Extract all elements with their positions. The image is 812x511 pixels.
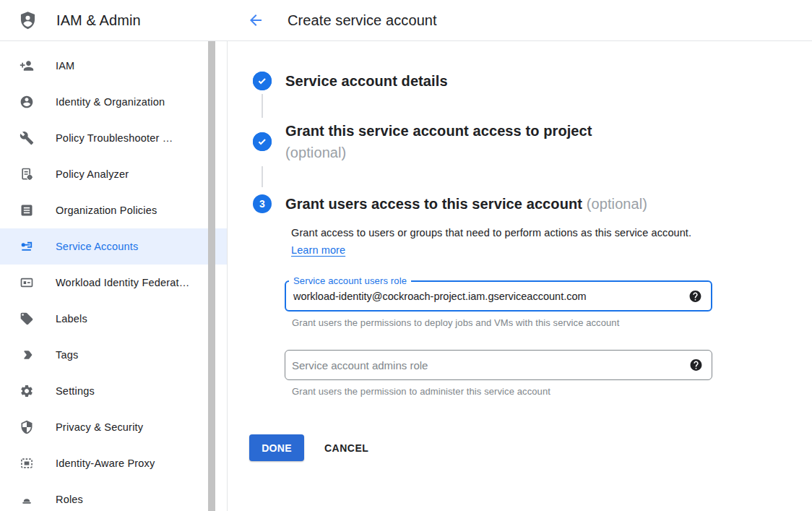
step-3-optional-label: (optional) (587, 196, 647, 212)
gear-icon (20, 384, 34, 398)
sidebar-item-settings[interactable]: Settings (0, 373, 227, 409)
hat-icon (20, 492, 34, 507)
sidebar-item-label: Organization Policies (56, 205, 157, 216)
sidebar-item-roles[interactable]: Roles (0, 481, 227, 511)
person-add-icon (20, 59, 34, 73)
shield-half-icon (20, 420, 34, 434)
sidebar-item-label: Policy Troubleshooter … (56, 132, 173, 144)
cancel-button[interactable]: CANCEL (324, 442, 368, 454)
help-icon[interactable] (688, 289, 702, 303)
field-floating-label: Service account users role (289, 275, 411, 286)
step-3-description-text: Grant access to users or groups that nee… (291, 227, 691, 239)
help-icon[interactable] (689, 358, 703, 372)
sidebar-header: IAM & Admin (0, 0, 228, 41)
sidebar-item-label: Roles (56, 494, 83, 505)
back-arrow-icon[interactable] (247, 12, 264, 29)
sidebar-item-tags[interactable]: Tags (0, 337, 227, 373)
sidebar-item-label: Tags (56, 349, 78, 361)
service-account-users-role-field: Service account users role (285, 280, 712, 312)
admins-role-helper-text: Grant users the permission to administer… (292, 386, 812, 397)
step-connector (262, 94, 263, 118)
sidebar-scrollbar[interactable] (208, 41, 215, 511)
service-account-admins-role-input[interactable] (285, 351, 712, 379)
sidebar-item-policy-troubleshooter[interactable]: Policy Troubleshooter … (0, 120, 227, 156)
sidebar-item-label: Identity & Organization (56, 96, 165, 108)
users-role-helper-text: Grant users the permissions to deploy jo… (292, 317, 812, 328)
done-button[interactable]: DONE (249, 434, 304, 461)
step-connector (262, 166, 263, 187)
step-1-title: Service account details (285, 71, 448, 91)
sidebar-item-label: Privacy & Security (56, 421, 143, 433)
wrench-icon (20, 131, 34, 145)
sidebar-item-label: IAM (56, 60, 74, 72)
step-3-description: Grant access to users or groups that nee… (291, 224, 696, 259)
sidebar-item-identity-organization[interactable]: Identity & Organization (0, 84, 227, 120)
tag-arrow-icon (20, 348, 34, 362)
sidebar-item-label: Policy Analyzer (56, 168, 129, 180)
sidebar: IAM Identity & Organization Policy Troub… (0, 41, 228, 511)
step-2-check-icon (253, 132, 272, 151)
step-3-number: 3 (259, 198, 265, 210)
article-icon (20, 203, 34, 218)
wizard-step-3: 3 Grant users access to this service acc… (253, 194, 812, 214)
sidebar-item-iam[interactable]: IAM (0, 48, 227, 84)
label-tag-icon (20, 312, 34, 326)
badge-card-icon (20, 275, 34, 290)
iam-shield-icon (18, 9, 38, 31)
service-account-admins-role-field (285, 350, 712, 380)
product-title: IAM & Admin (56, 12, 141, 29)
wizard-step-2: Grant this service account access to pro… (253, 120, 812, 163)
step-3-title-text: Grant users access to this service accou… (285, 196, 582, 212)
create-service-account-wizard: Service account details Grant this servi… (228, 41, 812, 511)
step-2-title: Grant this service account access to pro… (285, 120, 592, 163)
sidebar-item-label: Identity-Aware Proxy (56, 458, 155, 469)
step-2-title-text: Grant this service account access to pro… (285, 123, 592, 139)
sidebar-item-label: Labels (56, 313, 87, 325)
step-3-number-badge: 3 (253, 194, 272, 213)
sidebar-item-service-accounts[interactable]: Service Accounts (0, 228, 227, 265)
step-1-check-icon (253, 72, 272, 90)
page-title: Create service account (288, 12, 437, 29)
wizard-actions: DONE CANCEL (249, 434, 812, 461)
learn-more-link[interactable]: Learn more (291, 244, 345, 256)
main-header: Create service account (228, 0, 812, 41)
step-3-title: Grant users access to this service accou… (285, 194, 647, 214)
sidebar-item-identity-aware-proxy[interactable]: Identity-Aware Proxy (0, 445, 227, 481)
wizard-step-1: Service account details (253, 71, 812, 91)
proxy-grid-icon (20, 456, 34, 471)
account-circle-icon (20, 95, 34, 109)
app-window: IAM & Admin Create service account IAM I… (0, 0, 812, 511)
sidebar-item-label: Settings (56, 385, 95, 397)
sidebar-item-labels[interactable]: Labels (0, 301, 227, 337)
sidebar-item-label: Service Accounts (56, 241, 138, 252)
step-2-optional-label: (optional) (285, 145, 346, 160)
sidebar-item-organization-policies[interactable]: Organization Policies (0, 192, 227, 228)
sidebar-item-label: Workload Identity Federat… (56, 277, 189, 288)
document-gear-icon (20, 167, 34, 181)
service-account-key-icon (20, 239, 34, 254)
sidebar-item-workload-identity-federation[interactable]: Workload Identity Federat… (0, 265, 227, 301)
sidebar-item-policy-analyzer[interactable]: Policy Analyzer (0, 156, 227, 192)
sidebar-item-privacy-security[interactable]: Privacy & Security (0, 409, 227, 445)
